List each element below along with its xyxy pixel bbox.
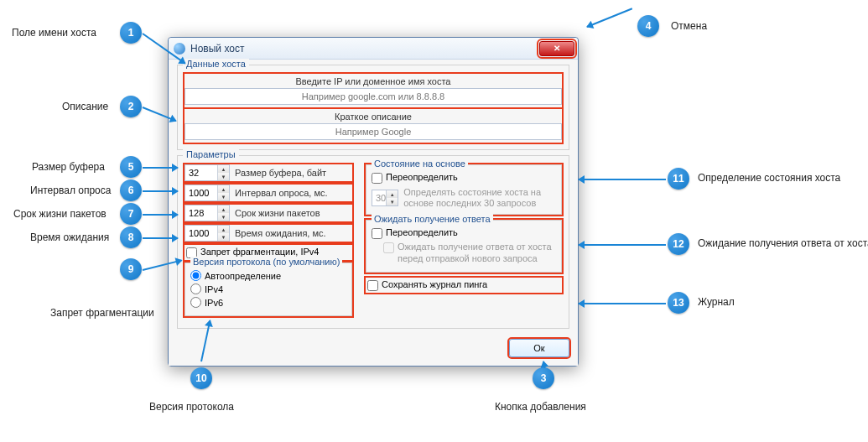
chevron-up-icon[interactable]: ▲ [218, 185, 229, 193]
interval-label: Интервал опроса, мс. [235, 188, 328, 198]
badge-12: 12 [668, 233, 689, 255]
host-data-group: Данные хоста Введите IP или доменное имя… [177, 65, 569, 150]
callout-host-name: Поле имени хоста [12, 27, 96, 39]
callout-interval: Интервал опроса [30, 185, 111, 196]
badge-6: 6 [120, 179, 142, 201]
no-fragmentation-label: Запрет фрагментации, IPv4 [200, 247, 319, 257]
callout-description: Описание [62, 101, 108, 112]
interval-spinner[interactable]: 1000 ▲▼ [185, 185, 230, 201]
state-subgroup: Состояние на основе Переопределить 30 ▲▼… [366, 164, 562, 215]
wait-subgroup: Ожидать получение ответа Переопределить … [366, 220, 562, 272]
host-data-legend: Данные хоста [183, 59, 249, 69]
callout-buffer: Размер буфера [32, 161, 105, 173]
chevron-down-icon[interactable]: ▼ [218, 233, 229, 241]
callout-cancel: Отмена [671, 20, 707, 32]
chevron-down-icon[interactable]: ▼ [218, 213, 229, 221]
chevron-up-icon[interactable]: ▲ [218, 205, 229, 213]
chevron-down-icon[interactable]: ▼ [218, 193, 229, 200]
protocol-ipv6-radio[interactable] [190, 297, 201, 308]
callout-timeout: Время ожидания [30, 231, 109, 243]
badge-13: 13 [668, 292, 689, 314]
titlebar: Новый хост ✕ [169, 38, 578, 60]
callout-ttl: Срок жизни пакетов [13, 208, 107, 220]
badge-2: 2 [120, 96, 142, 117]
params-group: Параметры 32 ▲▼ Размер буфера, байт 1000… [177, 155, 569, 329]
protocol-legend: Версия протокола (по умолчанию) [190, 257, 342, 267]
close-button[interactable]: ✕ [539, 41, 574, 56]
chevron-down-icon[interactable]: ▼ [387, 198, 398, 205]
state-legend: Состояние на основе [372, 159, 468, 169]
state-count-value: 30 [372, 193, 386, 203]
interval-value: 1000 [185, 188, 217, 198]
buffer-value: 32 [185, 168, 217, 178]
state-count-spinner[interactable]: 30 ▲▼ [372, 190, 398, 206]
callout-ok: Кнопка добавления [495, 401, 586, 413]
protocol-auto-radio[interactable] [190, 270, 201, 281]
state-override-checkbox[interactable] [372, 173, 382, 184]
badge-8: 8 [120, 226, 142, 248]
timeout-label: Время ожидания, мс. [235, 228, 326, 238]
new-host-dialog: Новый хост ✕ Данные хоста Введите IP или… [168, 37, 579, 367]
wait-legend: Ожидать получение ответа [372, 214, 493, 224]
callout-log: Журнал [698, 296, 735, 308]
save-log-label: Сохранять журнал пинга [382, 279, 487, 289]
save-log-checkbox[interactable] [367, 280, 378, 291]
buffer-spinner[interactable]: 32 ▲▼ [185, 164, 230, 181]
badge-10: 10 [190, 367, 212, 389]
callout-state: Определение состояния хоста [698, 172, 840, 184]
host-desc-input[interactable] [185, 123, 562, 140]
badge-4: 4 [637, 15, 659, 37]
wait-sub-checkbox [383, 242, 394, 253]
wait-hint: Ожидать получение ответа от хоста перед … [398, 242, 556, 263]
ok-button[interactable]: Ок [509, 339, 569, 357]
buffer-label: Размер буфера, байт [235, 168, 326, 178]
protocol-group: Версия протокола (по умолчанию) Автоопре… [185, 263, 352, 316]
dialog-body: Данные хоста Введите IP или доменное имя… [169, 60, 578, 366]
timeout-spinner[interactable]: 1000 ▲▼ [185, 225, 230, 242]
window-title: Новый хост [190, 43, 539, 55]
wait-override-label: Переопределить [386, 227, 458, 237]
ip-label: Введите IP или доменное имя хоста [185, 76, 562, 86]
ttl-label: Срок жизни пакетов [235, 208, 320, 218]
badge-5: 5 [120, 156, 142, 178]
ttl-value: 128 [185, 208, 217, 218]
badge-11: 11 [668, 168, 689, 190]
host-ip-input[interactable] [185, 88, 562, 105]
wait-override-checkbox[interactable] [372, 228, 382, 239]
callout-nofrag: Запрет фрагментации [50, 307, 154, 319]
badge-1: 1 [120, 22, 142, 44]
badge-9: 9 [120, 258, 142, 280]
callout-protocol: Версия протокола [149, 401, 234, 413]
chevron-up-icon[interactable]: ▲ [218, 165, 229, 173]
callout-wait: Ожидание получения ответа от хоста [698, 237, 868, 249]
ttl-spinner[interactable]: 128 ▲▼ [185, 205, 230, 221]
chevron-up-icon[interactable]: ▲ [218, 226, 229, 233]
protocol-ipv6-label: IPv6 [205, 298, 223, 308]
timeout-value: 1000 [185, 228, 217, 238]
protocol-ipv4-label: IPv4 [205, 284, 223, 294]
state-hint: Определять состояние хоста на основе пос… [403, 187, 556, 209]
protocol-auto-label: Автоопределение [205, 271, 281, 281]
params-legend: Параметры [183, 149, 239, 159]
desc-label: Краткое описание [185, 112, 562, 122]
state-override-label: Переопределить [386, 172, 458, 182]
badge-3: 3 [533, 367, 554, 389]
chevron-down-icon[interactable]: ▼ [218, 173, 229, 180]
chevron-up-icon[interactable]: ▲ [387, 190, 398, 198]
badge-7: 7 [120, 203, 142, 225]
globe-icon [174, 43, 185, 55]
protocol-ipv4-radio[interactable] [190, 283, 201, 294]
